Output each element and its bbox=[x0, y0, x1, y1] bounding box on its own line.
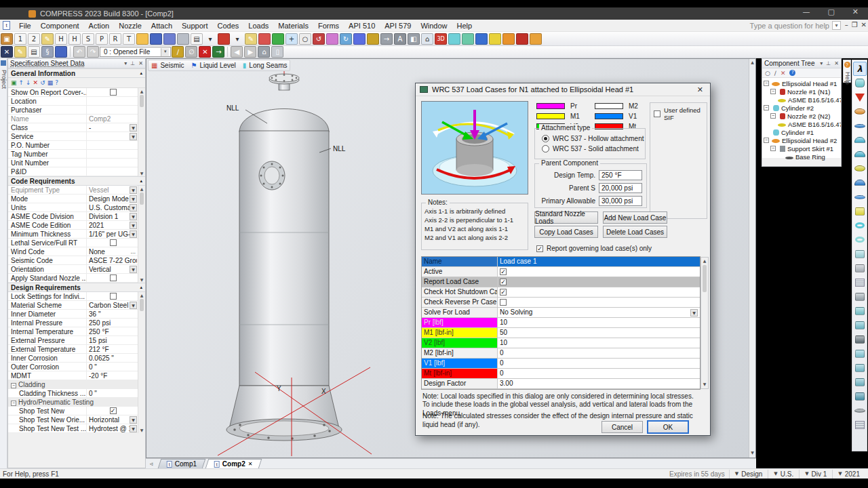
tree-edit-icon[interactable]: ∕ bbox=[774, 70, 776, 77]
property-row[interactable]: External Temperature212 °F bbox=[8, 345, 138, 354]
tag-icon[interactable] bbox=[367, 33, 379, 45]
close-button[interactable]: ✕ bbox=[852, 7, 859, 16]
dropdown-icon[interactable]: ▼ bbox=[130, 195, 137, 203]
menu-api-579[interactable]: API 579 bbox=[380, 20, 416, 31]
property-row[interactable]: P.O. Number bbox=[8, 141, 138, 150]
project-tab[interactable]: Project bbox=[0, 58, 7, 468]
tree-expand-icon[interactable]: − bbox=[770, 89, 776, 94]
save2-icon[interactable] bbox=[55, 46, 67, 58]
status-segment-div-1[interactable]: ▼Div 1 bbox=[799, 470, 832, 479]
property-row[interactable]: Tag Number bbox=[8, 150, 138, 159]
property-row[interactable]: Minimum Thickness1/16" per UG-16(b)▼ bbox=[8, 230, 138, 239]
menu-window[interactable]: Window bbox=[416, 20, 452, 31]
tubesheet-icon[interactable] bbox=[853, 247, 867, 261]
section-collapse-icon[interactable]: ▴ bbox=[140, 178, 142, 184]
property-value[interactable]: Comp2 bbox=[87, 115, 138, 123]
row-value[interactable]: 10 bbox=[498, 338, 700, 348]
load-case-row[interactable]: Solve For LoadNo Solving▼ bbox=[422, 308, 700, 318]
property-row[interactable]: Unit Number bbox=[8, 159, 138, 167]
row-value[interactable]: 0 bbox=[498, 369, 700, 378]
load-case-row[interactable]: V2 [lbf]10 bbox=[422, 338, 700, 348]
blind-icon[interactable] bbox=[853, 190, 867, 204]
property-row[interactable]: −Hydro/Pneumatic Testing bbox=[8, 398, 138, 407]
hemi-head-icon[interactable] bbox=[853, 133, 867, 147]
tree-expand-icon[interactable]: − bbox=[764, 105, 769, 110]
back-icon[interactable]: ◀ bbox=[231, 46, 243, 58]
delete-load-cases-button[interactable]: Delete Load Cases bbox=[603, 226, 667, 238]
property-value[interactable]: Vertical▼ bbox=[87, 265, 138, 273]
tree-item[interactable]: ASME B16.5/16.47 flar bbox=[762, 96, 841, 104]
wand-icon[interactable]: ✎ bbox=[41, 33, 54, 45]
properties-icon[interactable]: ✎ bbox=[14, 46, 26, 58]
tree-item[interactable]: −Ellipsoidal Head #2 bbox=[762, 136, 841, 144]
row-value[interactable]: 3.00 bbox=[498, 379, 700, 388]
property-value[interactable] bbox=[87, 141, 138, 149]
comp-head-icon[interactable] bbox=[502, 33, 515, 45]
property-value[interactable] bbox=[87, 97, 138, 105]
collapse-icon[interactable]: − bbox=[11, 383, 16, 388]
property-value[interactable]: 15 psi bbox=[87, 336, 138, 344]
load-case-row[interactable]: Design Factor3.00 bbox=[422, 379, 700, 389]
grid-help-icon[interactable]: ? bbox=[55, 79, 58, 86]
dropdown-icon[interactable]: ▼ bbox=[130, 302, 137, 309]
view-icon[interactable] bbox=[353, 33, 366, 45]
comp-flange-icon[interactable] bbox=[489, 33, 501, 45]
property-value[interactable] bbox=[87, 239, 138, 247]
property-value[interactable]: 0.0625 " bbox=[87, 354, 138, 362]
row-checkbox[interactable] bbox=[500, 289, 507, 296]
menu-component[interactable]: Component bbox=[36, 20, 84, 31]
cancel-button[interactable]: Cancel bbox=[601, 421, 643, 433]
section-header-2[interactable]: Design Requirements▴ bbox=[8, 283, 145, 292]
property-row[interactable]: Shop Test New Orie...Horizontal▼ bbox=[8, 415, 138, 424]
property-row[interactable]: ASME Code Edition2021▼ bbox=[8, 221, 138, 230]
attachment-option-0[interactable]: WRC 537 - Hollow attachment bbox=[542, 135, 645, 142]
load-case-row[interactable]: Active bbox=[422, 267, 700, 277]
radio-icon[interactable] bbox=[542, 145, 549, 152]
fx-icon[interactable] bbox=[272, 33, 284, 45]
page1-icon[interactable]: 1 bbox=[14, 33, 26, 45]
tree-expand-icon[interactable]: − bbox=[770, 146, 776, 151]
load-case-row[interactable]: Check Reverse Pr Case bbox=[422, 298, 700, 308]
dropdown-icon[interactable]: ▼ bbox=[130, 186, 137, 194]
saddle-icon[interactable] bbox=[853, 361, 867, 375]
property-value[interactable] bbox=[87, 159, 138, 167]
property-checkbox[interactable] bbox=[110, 89, 117, 96]
property-row[interactable]: Internal Temperature250 °F bbox=[8, 327, 138, 336]
panel-menu-icon[interactable]: ▾ bbox=[124, 60, 127, 66]
toggle-liquid-level[interactable]: ⚑Liquid Level bbox=[191, 62, 235, 69]
sync-icon[interactable]: ↻ bbox=[340, 33, 352, 45]
report-dd-icon[interactable]: ▾ bbox=[204, 33, 216, 45]
property-row[interactable]: Show On Report Cover-... bbox=[8, 88, 138, 97]
zoom-icon[interactable]: ○ bbox=[299, 33, 311, 45]
property-value[interactable]: ASCE 7-22 Ground S... bbox=[87, 256, 138, 264]
property-checkbox[interactable] bbox=[110, 274, 117, 281]
flat-head-icon[interactable] bbox=[853, 119, 867, 133]
tree-search-icon[interactable]: ○ bbox=[765, 70, 770, 77]
question-help-box[interactable]: Type a question for help bbox=[750, 22, 829, 30]
nozzle-icon[interactable] bbox=[853, 204, 867, 218]
menu-forms[interactable]: Forms bbox=[313, 20, 344, 31]
no-edit-icon[interactable]: ∅ bbox=[185, 46, 197, 58]
dropdown-icon[interactable]: ▼ bbox=[130, 230, 137, 238]
report-t-icon[interactable]: T bbox=[123, 33, 135, 45]
property-row[interactable]: Seismic CodeASCE 7-22 Ground S... bbox=[8, 256, 138, 265]
expansion-joint-icon[interactable] bbox=[853, 289, 867, 304]
property-value[interactable]: Horizontal▼ bbox=[87, 415, 138, 424]
pdf-dd-icon[interactable]: ▾ bbox=[231, 33, 243, 45]
property-row[interactable]: Apply Standard Nozzle ... bbox=[8, 274, 138, 283]
flange-icon[interactable] bbox=[853, 218, 867, 232]
property-checkbox[interactable] bbox=[110, 407, 117, 414]
menu-help[interactable]: Help bbox=[452, 20, 477, 31]
grid-scrollbar[interactable]: ▲▼ bbox=[138, 88, 145, 176]
colors-icon[interactable] bbox=[326, 33, 338, 45]
delete-row-icon[interactable]: ✕ bbox=[33, 79, 39, 86]
toggle-seismic[interactable]: ▦Seismic bbox=[151, 62, 184, 69]
tree-item[interactable]: −Nozzle #1 (N1) bbox=[762, 87, 841, 96]
threed-icon[interactable]: 3D bbox=[435, 33, 447, 45]
fd-head-icon[interactable] bbox=[853, 161, 867, 176]
property-value[interactable] bbox=[87, 407, 138, 415]
attachment-option-1[interactable]: WRC 537 - Solid attachment bbox=[542, 145, 645, 152]
field-input[interactable] bbox=[599, 183, 642, 193]
panel-pin-icon[interactable]: ⊥ bbox=[130, 60, 135, 66]
new-icon[interactable]: ▣ bbox=[1, 33, 13, 45]
